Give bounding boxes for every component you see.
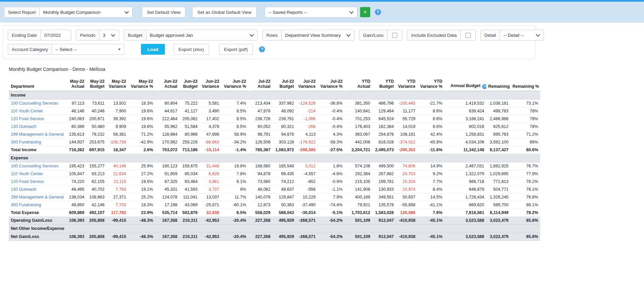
value-cell: -290,352 <box>396 146 417 154</box>
value-cell: 400,189 <box>349 193 372 201</box>
filter-row-1: Ending Date Periods 3 Budget Budget appr… <box>8 30 530 41</box>
value-cell: -54.2% <box>318 233 345 241</box>
table-row: 300 Fundraising49,85042,1467,70318.3%17,… <box>9 201 540 209</box>
value-cell: 19.6% <box>128 107 155 115</box>
budget-select[interactable]: Budget approved Jan <box>146 30 258 41</box>
department-link[interactable]: 299 Management & General <box>11 132 64 137</box>
value-cell: 502,876 <box>179 209 200 217</box>
detail-select[interactable]: -- Detail -- <box>500 30 544 41</box>
set-default-view-button[interactable]: Set Default View <box>142 7 186 18</box>
column-gap <box>444 146 448 154</box>
value-cell: 41,127 <box>179 107 200 115</box>
value-cell: 71.2% <box>128 131 155 138</box>
value-cell: 1,726,434 <box>448 193 486 201</box>
saved-reports-select[interactable]: -- Saved Reports -- <box>265 7 357 18</box>
department-link[interactable]: 100 Counselling Services <box>11 101 58 106</box>
department-link[interactable]: 130 Outreach <box>11 187 36 192</box>
account-category-filter: Account Category -- Select -- <box>8 44 124 55</box>
department-link[interactable]: 120 Food Service <box>11 179 44 184</box>
department-link[interactable]: 300 Fundraising <box>11 140 41 144</box>
column-gap <box>155 123 159 131</box>
column-header: May-22Actual <box>66 78 86 91</box>
add-saved-report-button[interactable]: + <box>360 7 370 17</box>
row-label: 100 Counselling Services <box>9 100 66 107</box>
value-cell: 98,791 <box>252 131 272 138</box>
department-link[interactable]: 110 Youth Center <box>11 109 43 113</box>
value-cell: 78.1% <box>510 186 540 193</box>
column-header: May-22Variance <box>107 78 128 91</box>
row-label: Expense <box>9 154 540 162</box>
value-cell: 17,402 <box>200 115 221 123</box>
column-gap <box>444 138 448 146</box>
value-cell: 50,480 <box>86 123 107 131</box>
department-link[interactable]: 130 Outreach <box>11 124 36 129</box>
column-gap <box>248 100 252 107</box>
value-cell: 126,506 <box>252 138 272 146</box>
load-button[interactable]: Load <box>141 44 165 55</box>
include-excluded-checkbox[interactable] <box>466 33 471 38</box>
value-cell: 9,137,427 <box>486 146 510 154</box>
column-gap <box>345 78 349 91</box>
value-cell: 60,052 <box>252 123 272 131</box>
department-link[interactable]: 120 Food Service <box>11 116 44 121</box>
annual-budget-help-icon[interactable]: ? <box>482 84 486 89</box>
value-cell: 558,029 <box>252 209 272 217</box>
value-cell: 80,804 <box>159 100 179 107</box>
periods-label: Periods <box>76 30 99 41</box>
row-label: 120 Food Service <box>9 115 66 123</box>
filter-row-2: Account Category -- Select -- Load Expor… <box>8 44 530 55</box>
value-cell: 19.5% <box>128 178 155 186</box>
rows-select[interactable]: Department View Summary <box>282 30 354 41</box>
department-link[interactable]: 300 Fundraising <box>11 203 41 207</box>
row-label: 299 Management & General <box>9 193 66 201</box>
value-cell: 1,038,181 <box>486 100 510 107</box>
value-cell: 11,342,148 <box>448 146 486 154</box>
value-cell: -214 <box>296 107 318 115</box>
gain-loss-checkbox[interactable] <box>392 33 397 38</box>
ending-date-label: Ending Date <box>8 30 41 41</box>
value-cell: 99,435 <box>272 170 296 178</box>
column-gap <box>345 162 349 170</box>
export-pdf-button[interactable]: Export (pdf) <box>219 44 253 55</box>
help-icon[interactable]: ? <box>375 9 381 15</box>
value-cell: 120,586 <box>396 209 417 217</box>
column-gap <box>345 100 349 107</box>
row-label: 299 Management & General <box>9 131 66 138</box>
value-cell: -45.8% <box>417 138 444 146</box>
value-cell: 7,793 <box>107 186 128 193</box>
report-select[interactable]: Monthly Budget Comparison <box>40 7 133 18</box>
ending-date-input[interactable] <box>41 30 71 41</box>
report-table: DepartmentMay-22ActualMay-22BudgetMay-22… <box>9 78 540 241</box>
department-link[interactable]: 299 Management & General <box>11 195 64 199</box>
value-cell: -1.4% <box>221 146 248 154</box>
value-cell: 7,900 <box>107 107 128 115</box>
set-global-default-view-button[interactable]: Set as Global Default View <box>192 7 256 18</box>
value-cell: -268 <box>296 123 318 131</box>
value-cell: 106,393 <box>66 217 86 224</box>
column-gap <box>248 170 252 178</box>
periods-select[interactable]: 3 <box>99 30 119 41</box>
report-select-value: Monthly Budget Comparison <box>43 10 100 15</box>
value-cell: -36.8% <box>318 100 345 107</box>
value-cell: 3,490 <box>200 107 221 115</box>
department-link[interactable]: 110 Youth Center <box>11 171 43 176</box>
value-cell: 45,331 <box>159 186 179 193</box>
row-label: Total Expense <box>9 209 66 217</box>
value-cell: -30,014 <box>296 209 318 217</box>
row-label: 130 Outreach <box>9 123 66 131</box>
column-gap <box>345 186 349 193</box>
export-xlsx-button[interactable]: Export (xlsx) <box>174 44 209 55</box>
value-cell: 498,783 <box>486 107 510 115</box>
account-category-select[interactable]: -- Select -- <box>52 44 124 55</box>
column-gap <box>345 201 349 209</box>
value-cell: 85,034 <box>179 170 200 178</box>
value-cell: 32,838 <box>200 209 221 217</box>
department-link[interactable]: 100 Counselling Services <box>11 164 58 168</box>
value-cell: 39,392 <box>107 115 128 123</box>
value-cell: 47,698 <box>200 131 221 138</box>
column-gap <box>248 107 252 115</box>
help-icon[interactable]: ? <box>259 46 265 52</box>
value-cell: 117,762 <box>107 209 128 217</box>
value-cell: 292,384 <box>349 170 372 178</box>
column-header-department: Department <box>9 78 66 91</box>
